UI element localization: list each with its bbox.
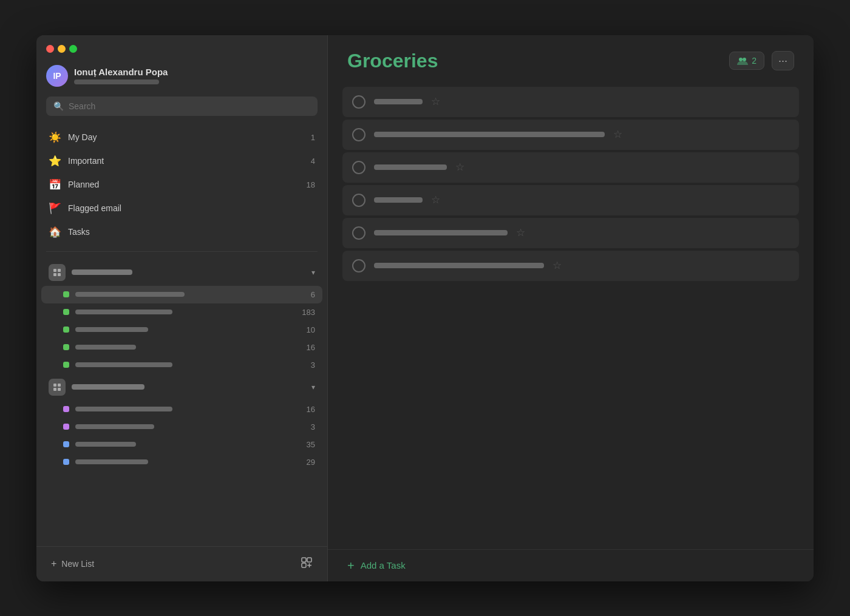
list-9-count: 29 [303,458,315,467]
task-4-name-blur [374,197,423,203]
new-list-label: New List [61,559,94,569]
svg-rect-6 [53,388,56,391]
svg-rect-0 [53,269,56,272]
list-6-name-blur [75,407,172,411]
list-5-name-blur [75,362,172,367]
search-input[interactable] [69,101,310,111]
more-options-button[interactable]: ··· [772,51,794,70]
nav-item-tasks[interactable]: 🏠 Tasks [41,220,322,244]
list-item-5[interactable]: 3 [41,356,322,374]
task-item-2[interactable]: ☆ [342,120,799,150]
app-window: IP Ionuț Alexandru Popa 🔍 ☀️ My Day 1 ⭐ … [36,35,814,581]
task-1-star[interactable]: ☆ [431,95,440,108]
svg-rect-8 [302,558,306,562]
user-subtitle-blur [74,80,159,84]
list-7-name-blur [75,424,154,429]
task-6-star[interactable]: ☆ [552,259,562,272]
task-2-checkbox[interactable] [352,128,365,141]
list-item-6[interactable]: 16 [41,401,322,418]
nav-item-flagged[interactable]: 🚩 Flagged email [41,197,322,220]
list-1-name-blur [75,292,185,297]
task-3-checkbox[interactable] [352,161,365,174]
list-item-4[interactable]: 16 [41,339,322,356]
task-item-3[interactable]: ☆ [342,152,799,183]
sidebar-footer: + New List [36,546,327,581]
add-task-button[interactable]: + Add a Task [347,560,794,572]
list-2-count: 183 [302,308,315,317]
planned-badge: 18 [307,180,315,189]
header-actions: 2 ··· [729,51,794,70]
traffic-lights [46,45,77,53]
list-item-8[interactable]: 35 [41,436,322,453]
list-1-dot [63,291,69,297]
nav-item-planned[interactable]: 📅 Planned 18 [41,173,322,197]
list-item-3[interactable]: 10 [41,321,322,339]
list-8-count: 35 [303,440,315,449]
add-list-template-button[interactable] [296,554,318,574]
task-5-star[interactable]: ☆ [516,226,525,239]
user-section: IP Ionuț Alexandru Popa [36,60,327,94]
add-task-plus-icon: + [347,560,355,572]
group-1-chevron: ▾ [311,268,315,277]
group-2-name-blur [72,384,144,390]
list-5-count: 3 [303,360,315,370]
list-item-2[interactable]: 183 [41,303,322,321]
main-footer: + Add a Task [328,549,814,581]
list-2-name-blur [75,310,172,314]
list-item-1[interactable]: 6 [41,286,322,303]
task-3-star[interactable]: ☆ [455,161,464,174]
star-icon: ⭐ [49,155,61,168]
list-6-count: 16 [303,405,315,414]
svg-rect-4 [53,384,56,387]
task-2-star[interactable]: ☆ [613,128,622,141]
svg-point-13 [739,58,743,61]
task-item-6[interactable]: ☆ [342,251,799,281]
task-item-4[interactable]: ☆ [342,185,799,215]
plus-icon: + [51,558,56,569]
list-1-count: 6 [303,290,315,299]
new-list-button[interactable]: + New List [46,555,99,573]
list-3-count: 10 [303,325,315,334]
calendar-icon: 📅 [49,178,61,191]
list-3-dot [63,327,69,333]
list-2-dot [63,309,69,315]
avatar: IP [46,65,68,87]
close-button[interactable] [46,45,54,53]
nav-label-important: Important [68,156,104,166]
search-bar[interactable]: 🔍 [46,96,318,116]
members-count-label: 2 [752,56,756,66]
minimize-button[interactable] [58,45,66,53]
user-name: Ionuț Alexandru Popa [74,67,168,77]
task-4-checkbox[interactable] [352,194,365,207]
list-group-2-header[interactable]: ▾ [41,374,322,401]
nav-item-my-day[interactable]: ☀️ My Day 1 [41,126,322,149]
task-1-checkbox[interactable] [352,95,365,109]
list-6-dot [63,406,69,412]
svg-rect-2 [53,273,56,276]
svg-rect-7 [58,388,61,391]
task-5-checkbox[interactable] [352,226,365,240]
maximize-button[interactable] [69,45,77,53]
list-title: Groceries [347,50,438,72]
list-item-9[interactable]: 29 [41,453,322,471]
task-4-star[interactable]: ☆ [431,194,440,206]
list-4-dot [63,344,69,350]
members-button[interactable]: 2 [729,52,764,70]
task-item-5[interactable]: ☆ [342,218,799,248]
svg-rect-5 [58,384,61,387]
list-4-name-blur [75,345,136,350]
task-item-1[interactable]: ☆ [342,87,799,117]
nav-items: ☀️ My Day 1 ⭐ Important 4 📅 Planned 18 🚩… [36,123,327,246]
svg-rect-3 [58,273,61,276]
main-header: Groceries 2 ··· [328,35,814,82]
svg-rect-9 [307,558,311,562]
lists-section: ▾ 6 183 10 16 [36,257,327,546]
list-item-7[interactable]: 3 [41,418,322,436]
task-6-checkbox[interactable] [352,259,365,272]
list-group-1-header[interactable]: ▾ [41,259,322,286]
group-1-icon [49,264,66,281]
nav-item-important[interactable]: ⭐ Important 4 [41,149,322,173]
task-1-name-blur [374,99,423,104]
my-day-badge: 1 [311,133,315,142]
sun-icon: ☀️ [49,131,61,144]
